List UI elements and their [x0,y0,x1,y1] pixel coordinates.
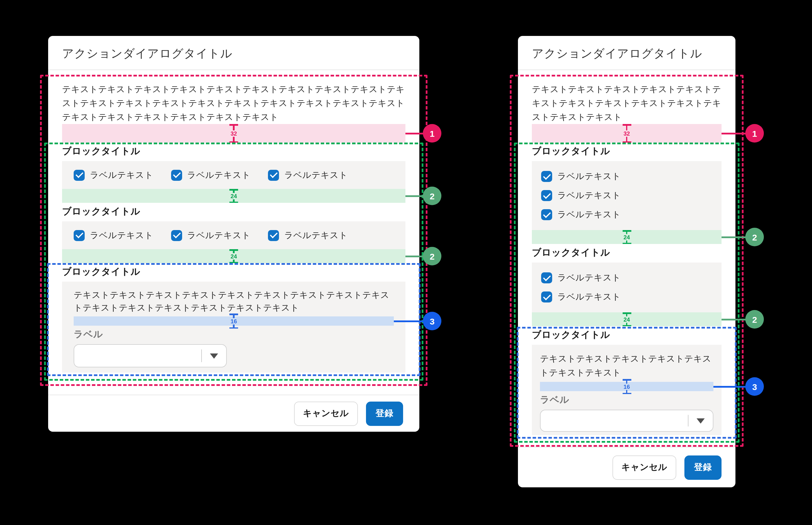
spacing-value: 32 [623,130,630,136]
checkbox-group-1: ラベルテキスト ラベルテキスト ラベルテキスト [62,161,405,189]
checkbox-item[interactable]: ラベルテキスト [268,169,348,180]
action-dialog-desktop: アクションダイアログタイトル テキストテキストテキストテキストテキストテキストテ… [48,36,419,432]
checkbox-label: ラベルテキスト [187,230,250,241]
spacing-highlight-16: 16 3 [540,382,713,391]
annotation-badge-3: 3 [423,312,441,330]
checkbox-item[interactable]: ラベルテキスト [171,230,250,241]
spacing-marker-24: 24 [622,230,631,244]
checkbox-label: ラベルテキスト [557,291,621,302]
checkbox-checked-icon[interactable] [74,230,85,241]
spacing-highlight-24: 24 2 [532,230,722,244]
annotation-badge-1: 1 [745,124,764,142]
checkbox-item[interactable]: ラベルテキスト [541,205,712,224]
checkbox-checked-icon[interactable] [74,169,85,180]
dialog-description-text: テキストテキストテキストテキストテキストテキストテキストテキストテキストテキスト… [62,82,405,124]
checkbox-checked-icon[interactable] [541,190,552,201]
spacing-value: 24 [230,193,237,199]
action-dialog-mobile: アクションダイアログタイトル テキストテキストテキストテキストテキストテキストテ… [518,36,736,487]
checkbox-item[interactable]: ラベルテキスト [74,230,154,241]
checkbox-group-1: ラベルテキスト ラベルテキスト ラベルテキスト [532,161,722,230]
checkbox-checked-icon[interactable] [541,291,552,302]
select-dropdown[interactable] [540,410,713,432]
spacing-marker-32: 32 [229,124,238,142]
checkbox-label: ラベルテキスト [557,171,621,182]
checkbox-checked-icon[interactable] [541,272,552,283]
checkbox-label: ラベルテキスト [90,230,154,241]
checkbox-checked-icon[interactable] [268,169,279,180]
checkbox-item[interactable]: ラベルテキスト [268,230,348,241]
dialog-title: アクションダイアログタイトル [532,46,722,61]
dialog-footer: キャンセル 登録 [518,447,736,487]
annotation-badge-2: 2 [745,310,764,329]
annotation-connector [394,320,424,322]
annotation-badge-2: 2 [745,228,764,246]
checkbox-checked-icon[interactable] [541,171,552,182]
annotation-badge-1: 1 [423,124,441,142]
checkbox-item[interactable]: ラベルテキスト [171,169,250,180]
submit-button[interactable]: 登録 [366,401,403,425]
checkbox-item[interactable]: ラベルテキスト [541,287,712,306]
block-description-text: テキストテキストテキストテキストテキストテキストテキスト [540,352,713,379]
checkbox-label: ラベルテキスト [187,169,250,180]
block-title-2: ブロックタイトル [62,205,405,217]
spacing-highlight-24: 24 2 [532,312,722,326]
annotation-canvas: アクションダイアログタイトル テキストテキストテキストテキストテキストテキストテ… [0,0,812,525]
spacing-marker-32: 32 [622,124,631,142]
spacing-marker-24: 24 [229,189,238,203]
checkbox-label: ラベルテキスト [557,209,621,220]
checkbox-checked-icon[interactable] [171,169,182,180]
chevron-down-icon[interactable] [697,418,705,424]
select-divider [201,349,202,362]
spacing-marker-24: 24 [229,249,238,263]
checkbox-label: ラベルテキスト [557,190,621,201]
spacing-value: 24 [623,316,630,322]
form-block: テキストテキストテキストテキストテキストテキストテキストテキストテキストテキスト… [62,282,405,373]
spacing-value: 16 [623,383,630,390]
checkbox-item[interactable]: ラベルテキスト [541,186,712,205]
checkbox-label: ラベルテキスト [90,169,154,180]
select-dropdown[interactable] [74,344,227,368]
annotation-connector [722,318,746,320]
cancel-button[interactable]: キャンセル [612,455,676,480]
spacing-highlight-24: 24 2 [62,249,405,263]
spacing-marker-16: 16 [229,314,238,329]
checkbox-label: ラベルテキスト [557,272,621,283]
form-block: テキストテキストテキストテキストテキストテキストテキスト 16 3 ラベル [532,345,722,435]
spacing-highlight-16: 16 3 [74,316,394,326]
select-label: ラベル [74,328,394,340]
spacing-marker-16: 16 [622,379,631,394]
block-title-2: ブロックタイトル [532,246,722,258]
block-title-3: ブロックタイトル [532,329,722,341]
annotation-connector [713,386,746,387]
annotation-badge-2: 2 [423,247,441,265]
annotation-connector [405,132,424,134]
spacing-marker-24: 24 [622,312,631,326]
spacing-value: 24 [230,253,237,259]
dialog-footer: キャンセル 登録 [48,395,419,432]
select-divider [688,415,688,426]
checkbox-label: ラベルテキスト [284,169,348,180]
spacing-highlight-32: 32 1 [532,124,722,142]
checkbox-checked-icon[interactable] [171,230,182,241]
dialog-body: テキストテキストテキストテキストテキストテキストテキストテキストテキストテキスト… [48,70,419,395]
block-title-1: ブロックタイトル [532,145,722,157]
checkbox-checked-icon[interactable] [541,209,552,220]
spacing-value: 16 [230,318,237,324]
dialog-description-text: テキストテキストテキストテキストテキストテキストテキストテキストテキストテキスト… [532,82,722,124]
checkbox-item[interactable]: ラベルテキスト [74,169,154,180]
dialog-title: アクションダイアログタイトル [62,46,405,61]
spacing-highlight-24: 24 2 [62,189,405,203]
checkbox-checked-icon[interactable] [268,230,279,241]
chevron-down-icon[interactable] [210,354,218,359]
dialog-header: アクションダイアログタイトル [518,36,736,70]
block-description-text: テキストテキストテキストテキストテキストテキストテキストテキストテキストテキスト… [74,288,394,314]
block-title-1: ブロックタイトル [62,145,405,157]
spacing-highlight-32: 32 1 [62,124,405,142]
cancel-button[interactable]: キャンセル [294,401,358,425]
dialog-header: アクションダイアログタイトル [48,36,419,70]
checkbox-item[interactable]: ラベルテキスト [541,268,712,287]
annotation-badge-2: 2 [423,186,441,205]
spacing-value: 32 [230,130,237,136]
checkbox-item[interactable]: ラベルテキスト [541,167,712,186]
submit-button[interactable]: 登録 [684,455,722,480]
